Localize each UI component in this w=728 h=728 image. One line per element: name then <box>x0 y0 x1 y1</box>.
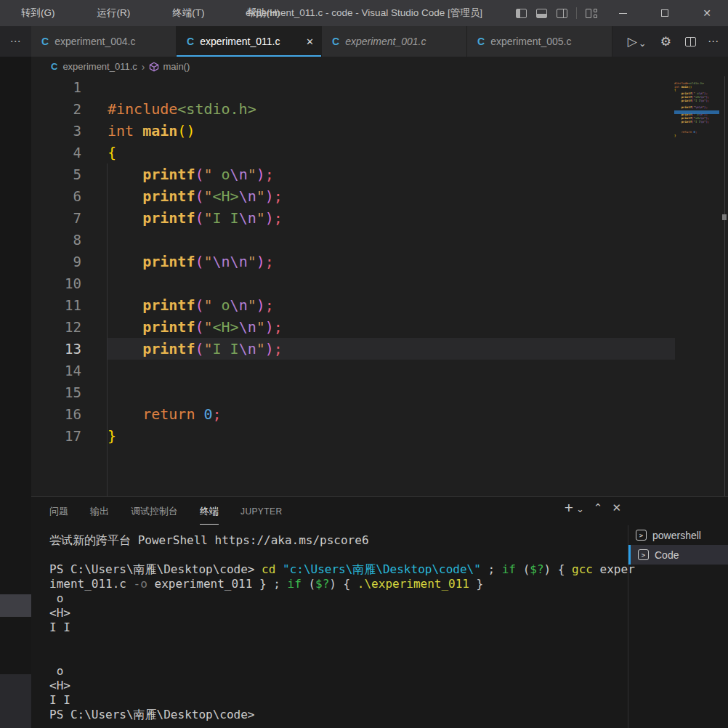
code-token: " <box>203 166 221 183</box>
terminal-list-item-Code[interactable]: >Code <box>628 545 728 565</box>
terminal-line: PS C:\Users\南雁\Desktop\code> <box>49 708 612 722</box>
new-terminal-button[interactable]: + <box>565 500 573 515</box>
terminal-line: I I <box>49 620 612 635</box>
breadcrumb-symbol[interactable]: main() <box>163 61 190 72</box>
code-token <box>674 105 682 109</box>
code-token <box>108 318 142 336</box>
menu-item[interactable]: 帮助(H) <box>226 0 302 26</box>
tab-experiment_011.c[interactable]: Cexperiment_011.c✕ <box>177 26 322 57</box>
panel-tab-问题[interactable]: 问题 <box>49 498 68 524</box>
close-panel-button[interactable]: ✕ <box>612 502 621 513</box>
code-line: 12 printf("<H>\n"); <box>31 316 728 338</box>
tab-overflow-button[interactable]: ⋯ <box>0 26 31 57</box>
code-token: \n <box>230 166 248 183</box>
code-token: 0 <box>203 405 212 423</box>
terminal-token: .\experiment_011 <box>357 577 469 591</box>
code-token <box>108 166 142 183</box>
code-text: printf("<H>\n"); <box>108 316 728 338</box>
code-token: " <box>203 340 212 357</box>
terminal-list-item-powershell[interactable]: >powershell <box>628 525 728 545</box>
code-token <box>108 187 142 205</box>
toggle-panel-button[interactable] <box>531 0 551 26</box>
panel-tab-输出[interactable]: 输出 <box>90 498 109 524</box>
more-actions-button[interactable]: ⋯ <box>703 35 719 48</box>
panel-tab-JUPYTER[interactable]: JUPYTER <box>240 499 282 522</box>
menu-item[interactable]: 转到(G) <box>0 0 76 26</box>
terminal-line <box>49 635 612 650</box>
code-token: ( <box>195 296 203 314</box>
code-text: printf("\n\n"); <box>108 251 728 272</box>
terminal-token: PS C:\Users\南雁\Desktop\code> <box>49 562 262 576</box>
minimap-slider[interactable] <box>674 110 719 114</box>
tab-experiment_004.c[interactable]: Cexperiment_004.c <box>31 26 177 57</box>
minimize-button[interactable] <box>602 0 644 26</box>
code-token: \n <box>230 296 248 314</box>
panel-actions: + ⌄ ⌃ ✕ <box>555 500 621 515</box>
terminal-token: if <box>288 577 302 591</box>
terminal-line: 尝试新的跨平台 PowerShell https://aka.ms/pscore… <box>49 533 612 548</box>
settings-button[interactable]: ⚙ <box>654 34 678 49</box>
terminal-token: o <box>49 664 63 678</box>
terminal-line: o <box>49 664 612 679</box>
code-token: int <box>108 122 142 139</box>
panel-tab-调试控制台[interactable]: 调试控制台 <box>131 498 178 524</box>
layout-panel-icon <box>536 9 547 18</box>
code-text <box>108 272 728 294</box>
code-text: return 0; <box>108 403 728 425</box>
code-token <box>108 209 142 227</box>
tab-experiment_001.c[interactable]: Cexperiment_001.c <box>322 26 467 57</box>
code-token <box>108 296 142 314</box>
code-token: printf <box>142 166 195 183</box>
close-icon: ✕ <box>703 8 711 18</box>
breadcrumb-file[interactable]: experiment_011.c <box>62 61 137 72</box>
code-token: ) <box>265 318 274 336</box>
customize-layout-icon <box>586 9 597 18</box>
terminal-token: iment_011.c <box>49 577 134 591</box>
line-number: 17 <box>31 425 108 447</box>
titlebar-controls: ✕ <box>511 0 728 26</box>
tab-experiment_005.c[interactable]: Cexperiment_005.c <box>467 26 612 57</box>
split-editor-button[interactable] <box>678 37 703 46</box>
code-token: ( <box>195 318 203 336</box>
c-file-icon: C <box>187 36 194 47</box>
symbol-cube-icon <box>149 62 159 72</box>
run-dropdown-button[interactable]: ⌄ <box>637 35 654 49</box>
code-text: printf("I I\n"); <box>108 207 728 229</box>
menu-item[interactable]: 终端(T) <box>151 0 225 26</box>
terminal-output[interactable]: 尝试新的跨平台 PowerShell https://aka.ms/pscore… <box>49 533 612 722</box>
code-editor[interactable]: 12#include<stdio.h>3int main()4{5 printf… <box>31 76 728 496</box>
code-token: printf <box>682 105 692 109</box>
toggle-secondary-sidebar-button[interactable] <box>551 0 572 26</box>
maximize-button[interactable] <box>644 0 686 26</box>
terminal-token: "c:\Users\南雁\Desktop\code\" <box>283 562 481 576</box>
code-token <box>108 340 142 357</box>
maximize-panel-button[interactable]: ⌃ <box>594 502 603 513</box>
terminal-item-label: Code <box>655 549 679 561</box>
minimap[interactable]: #include<stdio.h>int main(){ printf(" o\… <box>674 78 719 142</box>
editor-scrollbar[interactable] <box>724 76 725 496</box>
code-token: #include <box>108 100 177 118</box>
code-token <box>674 120 682 124</box>
terminal-token: <H> <box>49 679 70 692</box>
code-token: } <box>108 427 116 445</box>
code-line: 15 <box>31 381 728 403</box>
code-text: int main() <box>108 120 728 142</box>
code-token: printf <box>682 99 692 102</box>
terminal-line: I I <box>49 693 612 708</box>
code-line: 5 printf(" o\n"); <box>31 163 728 185</box>
panel-tab-终端[interactable]: 终端 <box>200 498 219 525</box>
close-window-button[interactable]: ✕ <box>686 0 728 26</box>
terminal-dropdown-button[interactable]: ⌄ <box>576 504 584 514</box>
terminal-token: PS C:\Users\南雁\Desktop\code> <box>49 708 254 721</box>
code-text: #include<stdio.h> <box>108 98 728 120</box>
tab-close-icon[interactable]: ✕ <box>306 36 314 47</box>
code-token: " <box>248 166 256 183</box>
code-text: printf("I I\n"); <box>108 338 728 360</box>
split-editor-icon <box>685 37 696 46</box>
code-text <box>108 360 728 381</box>
run-button[interactable]: ▷ <box>628 36 637 48</box>
c-file-icon: C <box>332 36 339 47</box>
menu-item[interactable]: 运行(R) <box>76 0 152 26</box>
customize-layout-button[interactable] <box>581 0 602 26</box>
toggle-sidebar-button[interactable] <box>511 0 531 26</box>
